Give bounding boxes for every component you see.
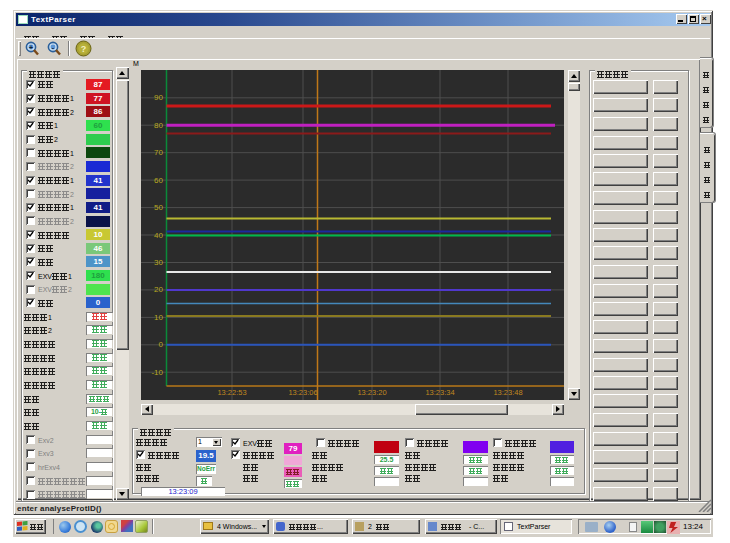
svg-text:13:23:20: 13:23:20 xyxy=(357,388,386,397)
svg-text:60: 60 xyxy=(154,176,163,185)
svg-text:-10: -10 xyxy=(151,368,163,377)
svg-text:80: 80 xyxy=(154,121,163,130)
svg-text:10: 10 xyxy=(154,313,163,322)
svg-text:13:23:06: 13:23:06 xyxy=(288,388,317,397)
svg-text:0: 0 xyxy=(159,340,164,349)
svg-text:40: 40 xyxy=(154,231,163,240)
svg-text:30: 30 xyxy=(154,258,163,267)
svg-text:?: ? xyxy=(81,44,87,54)
svg-text:70: 70 xyxy=(154,148,163,157)
svg-text:20: 20 xyxy=(154,285,163,294)
svg-text:50: 50 xyxy=(154,203,163,212)
svg-text:90: 90 xyxy=(154,93,163,102)
svg-text:13:23:48: 13:23:48 xyxy=(493,388,522,397)
svg-text:13:23:34: 13:23:34 xyxy=(425,388,454,397)
svg-text:13:22:53: 13:22:53 xyxy=(217,388,246,397)
svg-text:+: + xyxy=(29,44,33,51)
